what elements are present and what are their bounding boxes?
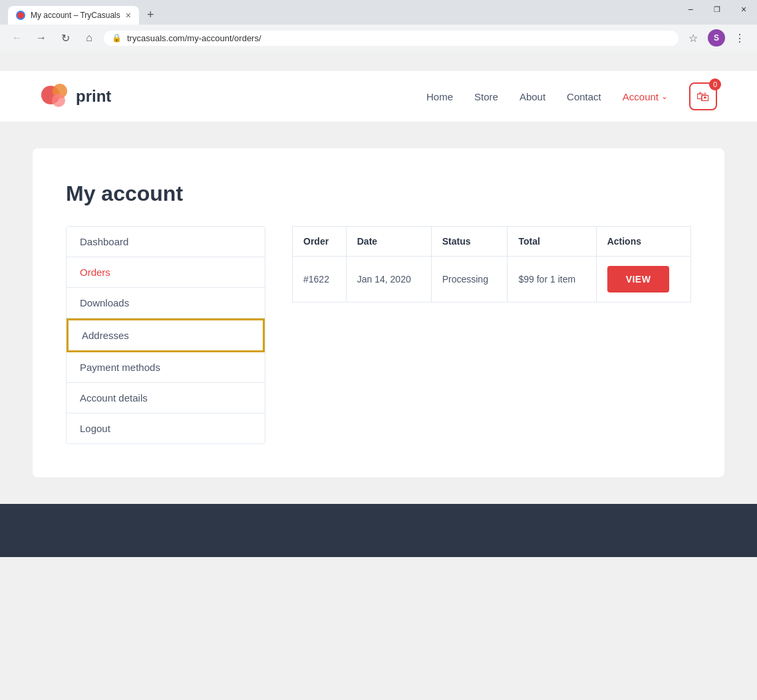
svg-point-0 <box>17 12 24 19</box>
nav-about[interactable]: About <box>520 91 545 102</box>
bookmark-button[interactable]: ☆ <box>684 29 702 47</box>
orders-table: Order Date Status Total Actions #1622 <box>292 226 691 302</box>
cart-button[interactable]: 🛍 0 <box>689 82 717 110</box>
nav-account[interactable]: Account ⌄ <box>623 91 668 102</box>
footer <box>0 504 757 557</box>
content-card: My account Dashboard Orders Downloads <box>33 148 724 477</box>
nav-store[interactable]: Store <box>474 91 498 102</box>
logo-icon <box>40 82 69 111</box>
table-header-row: Order Date Status Total Actions <box>293 227 691 257</box>
table-row: #1622 Jan 14, 2020 Processing $99 for 1 … <box>293 257 691 302</box>
sidebar: Dashboard Orders Downloads Addresses Pay <box>66 226 265 444</box>
col-date: Date <box>346 227 431 257</box>
nav-menu: Home Store About Contact Account ⌄ 🛍 0 <box>426 82 717 110</box>
page-title: My account <box>66 181 691 206</box>
site-header: print Home Store About Contact Account ⌄… <box>0 71 757 122</box>
chevron-down-icon: ⌄ <box>661 92 668 101</box>
browser-toolbar: ← → ↻ ⌂ 🔒 trycasuals.com/my-account/orde… <box>0 25 757 51</box>
restore-button[interactable]: ❐ <box>704 0 730 19</box>
col-order: Order <box>293 227 347 257</box>
cart-icon: 🛍 <box>696 89 710 104</box>
nav-home[interactable]: Home <box>426 91 453 102</box>
orders-section: Order Date Status Total Actions #1622 <box>292 226 691 444</box>
order-total: $99 for 1 item <box>508 257 596 302</box>
tab-favicon <box>16 11 25 20</box>
sidebar-item-addresses[interactable]: Addresses <box>67 318 265 352</box>
forward-button[interactable]: → <box>32 29 51 47</box>
view-order-button[interactable]: VIEW <box>607 266 670 292</box>
logo-area: print <box>40 82 111 111</box>
logo-text: print <box>76 87 111 106</box>
refresh-button[interactable]: ↻ <box>56 29 75 47</box>
svg-point-3 <box>52 94 65 107</box>
window-controls: − ❐ × <box>677 0 757 25</box>
col-total: Total <box>508 227 596 257</box>
sidebar-item-orders[interactable]: Orders <box>67 257 265 288</box>
col-status: Status <box>431 227 508 257</box>
sidebar-item-logout[interactable]: Logout <box>67 413 265 443</box>
lock-icon: 🔒 <box>112 33 122 43</box>
order-status: Processing <box>431 257 508 302</box>
url-text: trycasuals.com/my-account/orders/ <box>127 33 261 43</box>
address-bar[interactable]: 🔒 trycasuals.com/my-account/orders/ <box>104 31 679 46</box>
user-avatar: S <box>708 29 725 47</box>
sidebar-item-downloads[interactable]: Downloads <box>67 288 265 318</box>
menu-button[interactable]: ⋮ <box>730 29 749 47</box>
cart-badge: 0 <box>709 78 721 90</box>
order-action-cell: VIEW <box>596 257 690 302</box>
col-actions: Actions <box>596 227 690 257</box>
home-button[interactable]: ⌂ <box>80 29 98 47</box>
browser-tab[interactable]: My account – TryCasuals × <box>8 6 139 25</box>
close-button[interactable]: × <box>730 0 757 19</box>
sidebar-item-dashboard[interactable]: Dashboard <box>67 227 265 257</box>
sidebar-item-account-details[interactable]: Account details <box>67 383 265 413</box>
order-number: #1622 <box>293 257 347 302</box>
tab-title: My account – TryCasuals <box>31 11 120 20</box>
nav-contact[interactable]: Contact <box>567 91 601 102</box>
back-button[interactable]: ← <box>8 29 27 47</box>
sidebar-item-payment[interactable]: Payment methods <box>67 352 265 383</box>
minimize-button[interactable]: − <box>677 0 704 19</box>
main-content: My account Dashboard Orders Downloads <box>19 122 738 504</box>
tab-close-button[interactable]: × <box>126 10 131 21</box>
new-tab-button[interactable]: + <box>142 5 160 25</box>
browser-actions: ☆ S ⋮ <box>684 29 749 47</box>
order-date: Jan 14, 2020 <box>346 257 431 302</box>
